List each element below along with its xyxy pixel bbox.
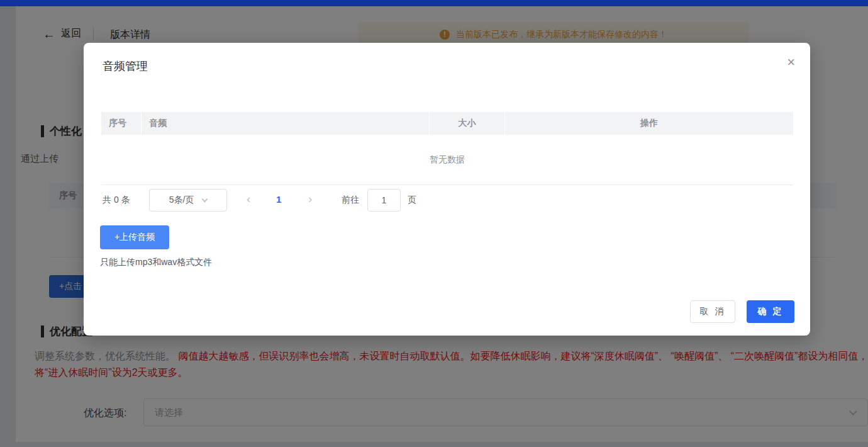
current-page-number[interactable]: 1 [276, 194, 281, 205]
prev-page-icon[interactable]: ‹ [247, 193, 250, 205]
page-size-value: 5条/页 [169, 195, 194, 206]
table-empty-row: 暂无数据 [101, 135, 793, 185]
column-header-operation: 操作 [505, 112, 793, 135]
column-header-audio: 音频 [142, 112, 430, 135]
pagination-total: 共 0 条 [103, 195, 130, 206]
app-root: ← 返回 版本详情 ! 当前版本已发布，继承为新版本才能保存修改的内容！ 个性化… [0, 0, 868, 447]
goto-page-input[interactable] [367, 189, 401, 212]
audio-table: 序号 音频 大小 操作 暂无数据 [101, 112, 793, 185]
audio-management-dialog: 音频管理 × 序号 音频 大小 操作 暂无数据 共 0 条 5条/页 ‹ 1 ›… [84, 43, 810, 336]
confirm-button[interactable]: 确 定 [747, 300, 794, 323]
cancel-button[interactable]: 取 消 [690, 300, 735, 323]
upload-audio-label: +上传音频 [114, 232, 155, 243]
close-icon[interactable]: × [787, 55, 795, 69]
top-brand-bar [0, 0, 868, 6]
upload-hint: 只能上传mp3和wav格式文件 [100, 257, 212, 268]
chevron-down-icon [202, 196, 208, 203]
goto-label: 前往 [342, 195, 359, 206]
next-page-icon[interactable]: › [308, 193, 312, 205]
goto-suffix: 页 [408, 195, 416, 206]
empty-state-text: 暂无数据 [430, 154, 465, 166]
dialog-title: 音频管理 [103, 59, 148, 74]
page-size-select[interactable]: 5条/页 [149, 189, 227, 212]
table-header-row: 序号 音频 大小 操作 [101, 112, 793, 135]
pagination: 共 0 条 5条/页 ‹ 1 › 前往 页 [84, 189, 810, 212]
upload-audio-button[interactable]: +上传音频 [100, 225, 169, 249]
column-header-size: 大小 [430, 112, 505, 135]
column-header-index: 序号 [101, 112, 142, 135]
